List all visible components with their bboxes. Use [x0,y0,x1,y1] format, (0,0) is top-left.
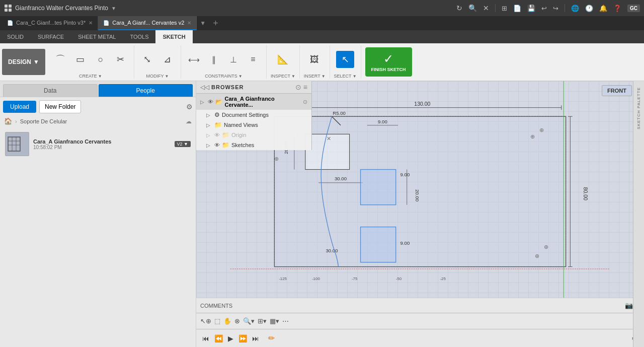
more-tools-icon[interactable]: ⋯ [282,317,289,325]
circle-tool-btn[interactable]: ○ [92,53,110,66]
home-icon[interactable]: 🏠 [4,117,12,125]
tabs-bar: 📄 Cara_C Gianf...tes Pinto v3* ✕ 📄 Cara_… [0,16,644,30]
root-expand-icon[interactable]: ▷ [200,99,206,105]
scissors-tool-btn[interactable]: ✂ [112,52,130,66]
tab-overflow[interactable]: ▼ [197,16,209,30]
modify1-btn[interactable]: ⤡ [138,52,156,66]
clock-icon[interactable]: 🕐 [585,5,593,12]
view-cube[interactable]: FRONT [602,85,632,96]
named-views-expand-icon[interactable]: ▷ [206,122,212,128]
browser-collapse-icon[interactable]: ◁◁ [200,84,209,91]
constraint4-btn[interactable]: ≡ [244,53,262,65]
camera-icon[interactable]: 📷 [625,302,633,309]
rect-tool-btn[interactable]: ▭ [71,52,90,66]
create-chevron[interactable]: ▼ [98,74,102,79]
search-icon[interactable]: 🔍 [468,4,477,12]
ruler-neg25: -25 [440,276,446,281]
tab-cara-c[interactable]: 📄 Cara_C Gianf...tes Pinto v3* ✕ [2,16,98,30]
bell-icon[interactable]: 🔔 [599,5,607,12]
step-back-btn[interactable]: ⏪ [214,334,223,342]
select-chevron[interactable]: ▼ [353,74,357,79]
select-btn[interactable]: ↖ [336,51,354,68]
inspect-chevron[interactable]: ▼ [291,74,295,79]
modify-label: MODIFY [146,74,164,79]
file-item[interactable]: Cara_A Gianfranco Cervantes 10:58:02 PM … [2,130,194,158]
doc-expand-icon[interactable]: ▷ [206,112,212,118]
undo-icon[interactable]: ↩ [541,5,547,12]
constraint3-btn[interactable]: ⊥ [224,53,243,66]
insert-chevron[interactable]: ▼ [321,74,326,79]
cursor-tool-icon[interactable]: ↖⊕ [200,317,211,325]
browser-item-doc-settings[interactable]: ▷ ⚙ Document Settings [196,110,311,120]
pencil-indicator: ✏ [268,333,275,343]
browser-item-origin[interactable]: ▷ 👁 📁 Origin [196,130,311,140]
close-icon[interactable]: ✕ [483,4,489,12]
svg-rect-21 [361,170,396,205]
ribbon-tab-surface[interactable]: SURFACE [31,30,71,43]
ribbon-tab-sheetmetal[interactable]: SHEET METAL [71,30,123,43]
skip-end-btn[interactable]: ⏭ [252,334,259,342]
finish-sketch-btn[interactable]: ✓ FINISH SKETCH [365,47,412,77]
tab-cara-a[interactable]: 📄 Cara_A Gianf... Cervantes v2 ✕ [98,16,197,30]
help-icon[interactable]: ❓ [613,5,621,12]
pan-icon[interactable]: ✋ [223,317,231,325]
root-settings-icon[interactable]: ⊙ [303,99,307,105]
play-btn[interactable]: ▶ [228,334,233,342]
doc-settings-icon: ⚙ [214,111,220,118]
display-icon[interactable]: ▦▾ [270,317,279,325]
measure-icon[interactable]: ⊗ [234,317,240,325]
origin-expand-icon[interactable]: ▷ [206,132,212,138]
arc-tool-btn[interactable]: ⌒ [51,51,69,68]
origin-eye-icon[interactable]: 👁 [214,132,220,138]
browser-item-sketches[interactable]: ▷ 👁 📁 Sketches [196,140,311,150]
doc-settings-label: Document Settings [222,112,269,118]
refresh-icon[interactable]: ↻ [456,4,462,12]
dropdown-icon[interactable]: ▼ [111,6,116,11]
insert-btn[interactable]: 🖼 [305,53,324,66]
skip-start-btn[interactable]: ⏮ [202,334,209,342]
sketches-expand-icon[interactable]: ▷ [206,143,212,148]
upload-btn[interactable]: Upload [3,101,36,113]
tab-cara-a-close[interactable]: ✕ [187,20,191,26]
browser-toggle[interactable]: ≡ [303,83,307,91]
browser-icon[interactable]: 🌐 [571,5,579,12]
tab-add[interactable]: + [209,16,222,30]
ribbon-tab-tools[interactable]: TOOLS [123,30,155,43]
ribbon-tab-solid[interactable]: SOLID [0,30,31,43]
redo-icon[interactable]: ↪ [553,5,558,12]
sketches-eye-icon[interactable]: 👁 [214,142,220,148]
design-button[interactable]: DESIGN ▼ [2,49,45,75]
settings-icon[interactable]: ⚙ [186,103,193,111]
inspect-btn[interactable]: 📐 [274,52,292,66]
breadcrumb-folder: Soporte De Celular [20,118,67,124]
tab-cara-c-close[interactable]: ✕ [89,20,93,26]
view-cube-label: FRONT [607,88,626,94]
save-icon[interactable]: 💾 [527,5,535,12]
ruler-neg50: -50 [396,276,402,281]
modify2-btn[interactable]: ⊿ [158,52,177,66]
grid2-icon[interactable]: ⊞ [502,5,507,12]
constraint1-btn[interactable]: ⟷ [185,53,203,66]
root-eye-icon[interactable]: 👁 [208,99,213,105]
dim-30-bot: 30.00 [326,248,338,253]
box-select-icon[interactable]: ⬚ [214,317,220,325]
step-fwd-btn[interactable]: ⏩ [238,334,247,342]
browser-item-named-views[interactable]: ▷ 📁 Named Views [196,120,311,130]
modify-chevron[interactable]: ▼ [165,74,169,79]
ribbon-tab-sketch[interactable]: SKETCH [155,30,192,43]
app-logo: Gianfranco Walter Cervantes Pinto ▼ [4,4,116,12]
grid-icon2[interactable]: ⊞▾ [258,317,267,325]
new-folder-btn[interactable]: New Folder [39,100,81,113]
browser-dot-icon[interactable]: ⊙ [295,83,301,91]
root-label: Cara_A Gianfranco Cervante... [224,96,301,108]
browser-panel: ◁◁ BROWSER ⊙ ≡ ▷ 👁 📂 Cara_A Gianfranco C… [196,81,312,150]
constraint2-btn[interactable]: ∥ [205,53,223,66]
tab-people[interactable]: People [99,84,193,97]
constraints-chevron[interactable]: ▼ [238,74,243,79]
svg-rect-4 [8,137,20,151]
modify1-icon: ⤡ [143,54,151,65]
tab-data[interactable]: Data [3,84,98,97]
ribbon-group-modify: ⤡ ⊿ MODIFY ▼ [134,45,181,79]
zoom-icon[interactable]: 🔍▾ [243,317,255,325]
file-icon[interactable]: 📄 [513,5,521,12]
